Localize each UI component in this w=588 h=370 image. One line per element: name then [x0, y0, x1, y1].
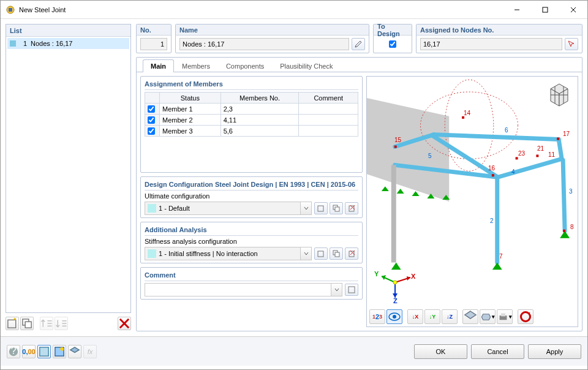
dc-edit-button[interactable] — [330, 202, 343, 214]
table-row[interactable]: Member 24,11 — [145, 115, 358, 126]
svg-rect-3 — [543, 7, 548, 12]
view-numbering-button[interactable]: 123 — [369, 309, 385, 324]
view-x-button[interactable]: ↓X — [407, 309, 423, 324]
pick-nodes-button[interactable] — [565, 38, 578, 50]
minimize-button[interactable] — [503, 1, 531, 19]
row-check[interactable] — [148, 116, 155, 124]
designconf-title: Design Configuration Steel Joint Design … — [145, 179, 358, 191]
comment-panel: Comment — [140, 267, 363, 300]
dialog-footer: ? 0,00 fx OK Cancel Apply — [1, 336, 587, 366]
title-bar: New Steel Joint — [1, 1, 587, 19]
new-item-button[interactable] — [6, 317, 19, 330]
view-print-button[interactable]: ▾ — [497, 309, 513, 324]
assignment-title: Assignment of Members — [145, 79, 358, 90]
edit-name-button[interactable] — [352, 38, 365, 50]
sort-desc-button[interactable] — [55, 317, 68, 330]
comment-title: Comment — [145, 270, 358, 281]
tab-members[interactable]: Members — [174, 59, 218, 72]
table-row[interactable]: Member 35,6 — [145, 126, 358, 137]
view-z-button[interactable]: ↓Z — [442, 309, 458, 324]
todesign-box: To Design — [373, 24, 412, 53]
view-y-button[interactable]: ↓Y — [424, 309, 440, 324]
svg-rect-48 — [516, 157, 518, 159]
node-label: 4 — [511, 168, 515, 175]
axis-x-label: X — [411, 273, 415, 280]
addanalysis-value[interactable]: 1 - Initial stiffness | No interaction — [145, 247, 301, 260]
comment-pick-button[interactable] — [345, 284, 358, 296]
svg-point-63 — [393, 281, 397, 284]
list-item[interactable]: 1 Nodes : 16,17 — [7, 38, 129, 49]
svg-text:?: ? — [11, 345, 17, 356]
view-show-button[interactable] — [386, 309, 402, 324]
node-label: 6 — [505, 127, 508, 134]
viewer-toolbar: 123 ↓X ↓Y ↓Z ▾ ▾ — [369, 309, 533, 324]
tab-main[interactable]: Main — [143, 59, 174, 72]
svg-rect-46 — [394, 146, 397, 148]
help-button[interactable]: ? — [7, 345, 20, 358]
row-check[interactable] — [148, 127, 155, 135]
aa-delete-button[interactable] — [345, 247, 358, 260]
table-row[interactable]: Member 12,3 — [145, 104, 358, 115]
tab-components[interactable]: Components — [218, 59, 272, 72]
addanalysis-dropdown[interactable] — [301, 247, 312, 260]
designconf-value[interactable]: 1 - Default — [145, 202, 301, 215]
addanalysis-label: Stiffness analysis configuration — [145, 238, 358, 245]
ok-button[interactable]: OK — [414, 344, 467, 359]
svg-marker-24 — [367, 98, 449, 202]
view-reset-button[interactable] — [518, 309, 533, 324]
left-column: List 1 Nodes : 16,17 — [6, 24, 131, 331]
assignment-panel: Assignment of Members Status Members No.… — [140, 76, 363, 173]
tab-bar: Main Members Components Plausibility Che… — [137, 58, 582, 72]
view-render-button[interactable]: ▾ — [480, 309, 496, 324]
close-button[interactable] — [559, 1, 587, 19]
addanalysis-title: Additional Analysis — [145, 225, 358, 236]
navigation-cube-icon[interactable] — [545, 80, 574, 110]
list-toolbar — [6, 315, 131, 331]
dc-delete-button[interactable] — [345, 202, 358, 214]
library-button[interactable] — [68, 345, 81, 358]
main-panel: Main Members Components Plausibility Che… — [136, 57, 582, 331]
dialog-content: List 1 Nodes : 16,17 No. 1 — [1, 19, 587, 336]
todesign-checkbox[interactable] — [389, 40, 396, 48]
svg-rect-23 — [349, 287, 355, 293]
display-button[interactable] — [37, 345, 51, 358]
svg-marker-66 — [465, 311, 476, 319]
comment-dropdown[interactable] — [331, 283, 342, 296]
view-iso-button[interactable] — [462, 309, 478, 324]
node-label: 7 — [499, 253, 503, 260]
comment-combo — [145, 283, 358, 296]
row-check[interactable] — [148, 105, 155, 113]
svg-rect-47 — [536, 154, 538, 157]
col-comment: Comment — [299, 92, 358, 104]
comment-input[interactable] — [145, 283, 331, 296]
aa-edit-button[interactable] — [330, 247, 343, 260]
copy-item-button[interactable] — [20, 317, 34, 330]
units-button[interactable]: 0,00 — [22, 345, 36, 358]
no-value[interactable]: 1 — [140, 38, 167, 50]
list-body: 1 Nodes : 16,17 — [6, 37, 130, 50]
assigned-value[interactable]: 16,17 — [420, 38, 562, 50]
no-box: No. 1 — [136, 24, 172, 53]
designconf-dropdown[interactable] — [301, 202, 312, 215]
name-value[interactable]: Nodes : 16,17 — [179, 38, 349, 50]
svg-rect-44 — [462, 116, 464, 119]
window-title: New Steel Joint — [19, 6, 503, 13]
viewer-3d[interactable]: 14 17 15 21 11 23 5 6 16 4 3 2 8 7 — [366, 76, 578, 327]
maximize-button[interactable] — [531, 1, 559, 19]
list-tree: List 1 Nodes : 16,17 — [6, 24, 131, 313]
svg-marker-41 — [412, 191, 420, 196]
dc-new-button[interactable] — [314, 202, 328, 214]
svg-point-65 — [393, 315, 396, 319]
no-label: No. — [137, 25, 171, 36]
apply-button[interactable]: Apply — [528, 344, 581, 359]
function-button[interactable]: fx — [83, 345, 97, 358]
cancel-button[interactable]: Cancel — [471, 344, 524, 359]
tab-plausibility[interactable]: Plausibility Check — [272, 59, 341, 72]
aa-new-button[interactable] — [314, 247, 328, 260]
footer-toolbar: ? 0,00 fx — [7, 345, 97, 358]
delete-item-button[interactable] — [118, 317, 131, 330]
colors-button[interactable] — [53, 345, 66, 358]
sort-asc-button[interactable] — [40, 317, 53, 330]
assigned-label: Assigned to Nodes No. — [417, 25, 582, 36]
svg-rect-17 — [318, 251, 323, 257]
